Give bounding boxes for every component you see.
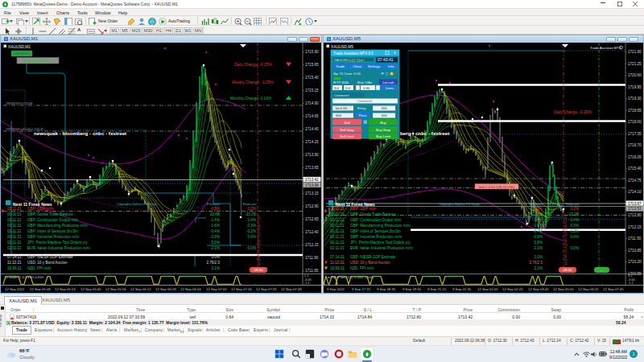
svg-text:Lines: Lines <box>386 86 394 90</box>
svg-text:Info: Info <box>388 64 394 68</box>
svg-text:9 Sep 18:35: 9 Sep 18:35 <box>377 287 396 291</box>
svg-text:Daily Change: -0.25%: Daily Change: -0.25% <box>554 110 592 114</box>
svg-text:1715.40: 1715.40 <box>628 167 642 171</box>
svg-text:12 Sep 06:44: 12 Sep 06:44 <box>180 287 201 291</box>
svg-text:JPY: Prelim Machine Tool Order: JPY: Prelim Machine Tool Orders y/y <box>350 241 411 245</box>
svg-text:0.4%: 0.4% <box>248 235 256 239</box>
svg-text:1715.65: 1715.65 <box>305 63 319 67</box>
svg-text:1720.60: 1720.60 <box>628 73 642 77</box>
svg-text:Weekly Change: -0.25%: Weekly Change: -0.25% <box>232 80 274 84</box>
svg-text:2.76/2.5: 2.76/2.5 <box>206 261 220 265</box>
svg-text:1714.90: 1714.90 <box>305 101 319 105</box>
svg-text:00:11:21: 00:11:21 <box>330 218 345 222</box>
svg-text:Trade: Trade <box>336 64 345 68</box>
svg-text:-0.2%: -0.2% <box>246 229 256 233</box>
svg-text:0.4%: 0.4% <box>571 235 579 239</box>
svg-text:Trade Assistant MT4 9.5: Trade Assistant MT4 9.5 <box>333 51 374 56</box>
svg-text:0.0%: 0.0% <box>248 246 256 250</box>
svg-text:Sell Limit: Sell Limit <box>340 134 355 138</box>
svg-text:1711.90: 1711.90 <box>305 256 319 260</box>
svg-text:9 Sep 21:15: 9 Sep 21:15 <box>427 287 447 291</box>
svg-text:9 Sep 19:55: 9 Sep 19:55 <box>402 287 422 291</box>
svg-text:Sell: Sell <box>344 121 349 125</box>
svg-text:X: X <box>394 51 396 55</box>
svg-text:00:11:21: 00:11:21 <box>7 235 22 239</box>
svg-text:Comment: Comment <box>357 99 373 103</box>
svg-text:1711.50: 1711.50 <box>628 237 642 241</box>
svg-text:NZD: FPI m/m: NZD: FPI m/m <box>27 266 52 270</box>
svg-text:cci divider (2,3) 4.4505 4.450: cci divider (2,3) 4.4505 4.4505 <box>5 276 43 279</box>
svg-text:00:11:21: 00:11:21 <box>330 207 345 211</box>
svg-text:am (GBP) GDP (GBP) GDP (GBP) G: am (GBP) GDP (GBP) GDP (GBP) GDP <box>258 215 261 265</box>
svg-text:-0.2%: -0.2% <box>569 229 579 233</box>
svg-text:1713.65: 1713.65 <box>305 166 319 170</box>
svg-text:berg - cnbc - fxstreet: berg - cnbc - fxstreet <box>400 130 449 136</box>
svg-text:newsquak - bloomberg - cnbc -: newsquak - bloomberg - cnbc - fxstreet <box>34 130 126 136</box>
svg-text:1710.20: 1710.20 <box>628 260 642 264</box>
svg-text:-2.1%: -2.1% <box>210 246 220 250</box>
svg-text:1713.67: 1713.67 <box>628 202 642 206</box>
svg-text:12 Sep 07:48: 12 Sep 07:48 <box>281 287 302 291</box>
svg-text:-1.6%: -1.6% <box>210 224 220 228</box>
svg-text:DMMA RSI: DMMA RSI <box>14 51 31 56</box>
svg-text:16:56:21: 16:56:21 <box>330 266 345 270</box>
svg-text:12 Sep 05:56: 12 Sep 05:56 <box>105 287 126 291</box>
svg-text:1712.80: 1712.80 <box>628 213 642 217</box>
svg-text:00:11:21: 00:11:21 <box>330 229 345 233</box>
svg-text:9 Sep 2022: 9 Sep 2022 <box>327 287 345 291</box>
svg-text:-0.5%: -0.5% <box>533 207 543 211</box>
svg-text:Mogalef Bands off: Mogalef Bands off <box>23 59 52 63</box>
svg-text:m.Higher lows (3,3) -0.1002 -0: m.Higher lows (3,3) -0.1002 -0.1002 <box>328 276 374 279</box>
svg-text:12 Sep 07:45: 12 Sep 07:45 <box>603 287 624 291</box>
svg-text:Trade Assistant MT4: Trade Assistant MT4 <box>590 46 621 50</box>
svg-text:12 Sep 05:24: 12 Sep 05:24 <box>55 287 76 291</box>
svg-text:Forecast: Forecast <box>566 202 580 206</box>
svg-text:1714.75: 1714.75 <box>628 179 642 183</box>
svg-text:12 Sep 02:25: 12 Sep 02:25 <box>502 287 523 291</box>
svg-text:2.1%: 2.1% <box>212 266 220 270</box>
svg-text:07:14:21: 07:14:21 <box>330 255 345 259</box>
svg-text:00:11:21: 00:11:21 <box>7 224 22 228</box>
svg-text:EUR: Italian Industrial Produc: EUR: Italian Industrial Production m/m <box>27 246 90 250</box>
svg-text:Copyrights DaVinci FX Group: Copyrights DaVinci FX Group <box>440 203 480 206</box>
svg-text:1714.15: 1714.15 <box>305 140 319 144</box>
svg-text:1710.85: 1710.85 <box>628 249 642 253</box>
svg-text:Comment: Comment <box>334 93 349 97</box>
svg-text:1719.30: 1719.30 <box>628 97 642 101</box>
svg-text:00:11:21: 00:11:21 <box>7 229 22 233</box>
svg-text:Sell Stop: Sell Stop <box>340 128 354 132</box>
svg-text:1713.15: 1713.15 <box>305 191 319 195</box>
svg-text:00:11:21: 00:11:21 <box>7 218 22 222</box>
svg-text:GBP: Construction Output m/m: GBP: Construction Output m/m <box>27 218 78 222</box>
svg-text:12 Sep 06:25: 12 Sep 06:25 <box>578 287 599 291</box>
svg-text:-1.1: -1.1 <box>628 282 634 285</box>
svg-text:-0.9%: -0.9% <box>210 235 220 239</box>
svg-text:1716.70: 1716.70 <box>628 143 642 147</box>
svg-text:08:30: 08:30 <box>254 268 264 272</box>
svg-text:Close: Close <box>353 64 362 68</box>
svg-text:Risk %Ba: Risk %Ba <box>357 80 373 84</box>
svg-text:GBP: Industrial Production m/m: GBP: Industrial Production m/m <box>350 235 402 239</box>
svg-text:00:11:21: 00:11:21 <box>330 235 345 239</box>
svg-text:Buy Limit: Buy Limit <box>376 134 391 138</box>
svg-text:1715.90: 1715.90 <box>305 50 319 54</box>
svg-text:-0.4%: -0.4% <box>210 229 220 233</box>
svg-text:GBP: Construction Output m/m: GBP: Construction Output m/m <box>350 218 401 222</box>
svg-text:-22.8B: -22.8B <box>208 212 220 216</box>
svg-text:12 Sep 05:08: 12 Sep 05:08 <box>30 287 51 291</box>
svg-text:12 Sep 2022: 12 Sep 2022 <box>5 287 25 291</box>
svg-text:Forecast: Forecast <box>243 202 257 206</box>
svg-text:3.0: 3.0 <box>334 86 339 90</box>
svg-text:👁 ▢ 🔔: 👁 ▢ 🔔 <box>381 71 394 76</box>
svg-text:1712.40: 1712.40 <box>305 230 319 234</box>
svg-text:12 Sep 06:12: 12 Sep 06:12 <box>130 287 151 291</box>
svg-text:-22.8B: -22.8B <box>531 212 543 216</box>
svg-text:Previous: Previous <box>530 202 543 206</box>
svg-text:GBP: GDP m/m: GBP: GDP m/m <box>350 207 377 211</box>
svg-text:11:12:21: 11:12:21 <box>330 261 345 265</box>
svg-text:Lot calc: Lot calc <box>382 80 394 84</box>
svg-text:JPY: Prelim Machine Tool Order: JPY: Prelim Machine Tool Orders y/y <box>27 241 88 245</box>
svg-text:EUR: Italian Industrial Produc: EUR: Italian Industrial Production m/m <box>350 246 413 250</box>
svg-text:200: 200 <box>382 113 388 117</box>
svg-text:12 Sep 01:05: 12 Sep 01:05 <box>477 287 498 291</box>
